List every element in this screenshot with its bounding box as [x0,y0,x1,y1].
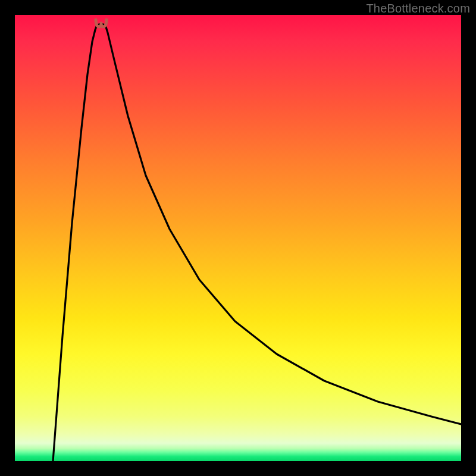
plot-area [15,15,461,461]
watermark-text: TheBottleneck.com [366,2,470,15]
chart-frame: TheBottleneck.com [0,0,476,476]
bottleneck-curve [15,15,461,461]
